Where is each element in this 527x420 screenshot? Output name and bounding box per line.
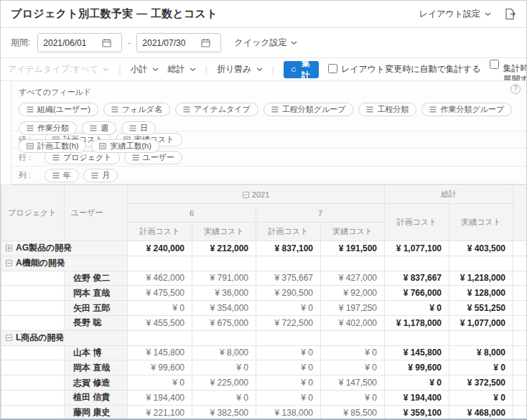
layout-settings-dropdown[interactable]: レイアウト設定 <box>419 8 491 20</box>
subtotal-dropdown[interactable]: 小計 <box>131 63 159 75</box>
quick-setting-label: クイック設定 <box>234 37 286 49</box>
collapse-dropdown[interactable]: 折り畳み <box>217 63 263 75</box>
value-cell: ¥ 8,000 <box>192 345 256 360</box>
all-fields-title: すべてのフィールド <box>19 87 519 98</box>
field-chip[interactable]: 作業分類 <box>19 121 77 135</box>
year-column-header: −2021 <box>128 185 385 204</box>
field-chip[interactable]: 組織(ユーザー) <box>19 103 98 116</box>
field-chip-label: プロジェクト <box>63 152 112 163</box>
user-name-cell: 山本 博 <box>65 345 128 360</box>
group-row-cell[interactable]: −L商品の開発 <box>1 330 128 345</box>
total-value-cell: ¥ 1,218,000 <box>449 271 513 286</box>
value-cell: ¥ 212,000 <box>192 241 256 256</box>
field-chip[interactable]: 年 <box>45 169 79 182</box>
field-chip[interactable]: 計画工数(h) <box>19 139 86 153</box>
value-cell: ¥ 0 <box>256 375 321 391</box>
layout-settings-label: レイアウト設定 <box>419 8 480 20</box>
total-value-cell: ¥ 0 <box>449 390 513 405</box>
field-chip[interactable]: 月 <box>83 169 118 182</box>
value-cell: ¥ 722,500 <box>256 315 321 330</box>
period-from-field[interactable] <box>37 33 122 52</box>
value-cell: ¥ 0 <box>128 301 192 316</box>
field-chip[interactable]: 週 <box>82 121 116 135</box>
project-cell-empty <box>1 360 65 375</box>
numeric-field-icon <box>27 143 34 149</box>
export-icon[interactable] <box>504 8 516 20</box>
month-7-header: 7 <box>256 204 385 223</box>
field-chip[interactable]: 作業分類グループ <box>421 103 512 116</box>
project-group-name: A機能の開発 <box>16 258 65 268</box>
dimension-field-icon <box>366 106 373 113</box>
table-row: 山本 博¥ 145,800¥ 8,000¥ 0¥ 0¥ 145,800¥ 8,0… <box>1 345 527 360</box>
calendar-icon[interactable] <box>201 38 210 47</box>
plan-cost-header: 計画コスト <box>128 223 192 241</box>
value-cell: ¥ 455,500 <box>128 315 192 330</box>
value-cell: ¥ 354,000 <box>192 301 256 316</box>
field-chip-label: 工程分類グループ <box>282 104 346 115</box>
aggregate-button[interactable]: 集計 <box>284 61 319 78</box>
expand-on-aggregate-label: 集計時にすべて展開する <box>503 63 526 82</box>
pivot-config-panel: すべてのフィールド 組織(ユーザー)フォルダ名アイテムタイプ工程分類グループ工程… <box>11 81 526 185</box>
filler-cell <box>513 405 527 420</box>
value-cell: ¥ 791,000 <box>192 271 256 286</box>
help-icon[interactable]: ? <box>510 84 521 94</box>
total-value-cell: ¥ 0 <box>385 375 449 391</box>
toolbar-divider: | <box>272 64 274 75</box>
table-row: 佐野 俊二¥ 462,000¥ 791,000¥ 375,667¥ 427,00… <box>1 271 527 286</box>
field-chip[interactable]: 日 <box>121 121 156 135</box>
dimension-field-icon <box>132 154 139 161</box>
period-from-input[interactable] <box>43 38 98 48</box>
total-value-cell: ¥ 372,500 <box>449 375 513 391</box>
collapse-year-icon[interactable]: − <box>243 192 249 198</box>
field-chip[interactable]: 実績工数(h) <box>91 139 159 153</box>
auto-aggregate-checkbox[interactable] <box>328 64 337 73</box>
total-value-cell: ¥ 194,400 <box>385 390 449 405</box>
value-cell: ¥ 0 <box>321 360 385 375</box>
filler-cell <box>513 315 527 330</box>
value-cell: ¥ 0 <box>192 390 256 405</box>
value-cell <box>128 330 192 345</box>
field-chip-label: 実績工数(h) <box>110 141 151 151</box>
group-row-cell[interactable]: +AG製品の開発 <box>1 241 128 256</box>
value-cell <box>192 256 256 271</box>
collapse-icon[interactable]: − <box>6 335 12 341</box>
collapse-icon[interactable]: − <box>6 260 12 266</box>
dimension-field-icon <box>183 106 190 113</box>
value-cell: ¥ 0 <box>256 345 321 360</box>
total-value-cell <box>385 330 449 345</box>
chevron-down-icon <box>190 67 196 72</box>
expand-icon[interactable]: + <box>6 245 12 251</box>
expand-on-aggregate-checkbox-group: 集計時にすべて展開する <box>490 59 526 80</box>
table-row: −A機能の開発 <box>1 256 527 271</box>
pivot-report-window: プロジェクト別工数予実 — 工数とコスト レイアウト設定 期間: - クイック設… <box>0 0 527 420</box>
total-value-cell: ¥ 1,077,100 <box>385 241 449 256</box>
numeric-field-icon <box>99 143 106 149</box>
period-label: 期間: <box>11 37 30 49</box>
rows-axis-label: 行 : <box>19 152 45 163</box>
grand-total-dropdown[interactable]: 総計 <box>168 63 196 75</box>
value-cell: ¥ 225,000 <box>192 375 256 391</box>
group-row-cell[interactable]: −A機能の開発 <box>1 256 128 271</box>
filler-cell <box>513 330 527 345</box>
period-to-input[interactable] <box>142 38 197 48</box>
quick-setting-dropdown[interactable]: クイック設定 <box>234 37 297 49</box>
toolbar-divider: | <box>118 64 121 75</box>
expand-on-aggregate-checkbox[interactable] <box>490 60 499 69</box>
field-chip[interactable]: 工程分類 <box>358 103 416 116</box>
chevron-down-icon <box>256 67 263 72</box>
period-to-field[interactable] <box>136 33 221 52</box>
pivot-body: +AG製品の開発¥ 240,000¥ 212,000¥ 837,100¥ 191… <box>1 241 527 420</box>
calendar-icon[interactable] <box>102 38 111 47</box>
toolbar: アイテムタイプ:すべて | 小計 総計 | 折り畳み | 集計 レイアウト変更時… <box>1 58 526 81</box>
total-value-cell: ¥ 0 <box>385 301 449 316</box>
field-chip[interactable]: フォルダ名 <box>103 103 170 116</box>
total-value-cell: ¥ 99,600 <box>385 360 449 375</box>
field-chip[interactable]: 工程分類グループ <box>264 103 354 116</box>
measure-chip-list: 計画工数(h)実績工数(h) <box>19 139 519 153</box>
table-row: 岡本 直哉¥ 475,500¥ 36,000¥ 290,500¥ 92,000¥… <box>1 286 527 301</box>
value-cell: ¥ 402,000 <box>321 315 385 330</box>
dimension-field-icon <box>27 125 34 131</box>
dimension-field-icon <box>271 106 279 113</box>
field-chip[interactable]: アイテムタイプ <box>175 103 258 116</box>
table-row: 矢田 五郎¥ 0¥ 354,000¥ 0¥ 197,250¥ 0¥ 551,25… <box>1 301 527 316</box>
